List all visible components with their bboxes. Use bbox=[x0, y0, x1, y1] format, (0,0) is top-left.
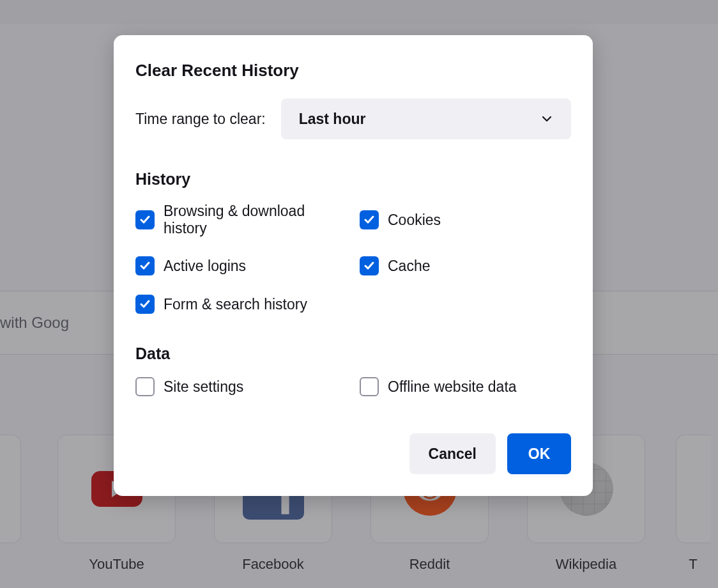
checkbox-label: Cookies bbox=[388, 212, 441, 229]
checkbox-input[interactable] bbox=[360, 256, 379, 275]
history-section-heading: History bbox=[135, 170, 571, 189]
checkbox-input[interactable] bbox=[135, 210, 155, 229]
checkbox-label: Site settings bbox=[164, 378, 243, 396]
checkbox-input[interactable] bbox=[360, 377, 379, 396]
checkbox-offline-website-data: Offline website data bbox=[360, 377, 571, 396]
checkbox-input[interactable] bbox=[360, 210, 379, 229]
dialog-title: Clear Recent History bbox=[135, 61, 571, 81]
checkbox-form-search-history: Form & search history bbox=[135, 295, 347, 314]
checkbox-input[interactable] bbox=[135, 256, 155, 275]
data-section-heading: Data bbox=[135, 344, 571, 363]
checkbox-label: Cache bbox=[388, 258, 430, 275]
time-range-label: Time range to clear: bbox=[135, 111, 266, 128]
checkbox-label: Offline website data bbox=[388, 378, 517, 396]
checkbox-active-logins: Active logins bbox=[135, 256, 347, 275]
time-range-value: Last hour bbox=[299, 111, 366, 128]
dialog-button-row: Cancel OK bbox=[135, 433, 571, 474]
checkbox-cookies: Cookies bbox=[360, 203, 571, 237]
time-range-select[interactable]: Last hour bbox=[281, 98, 571, 139]
checkbox-input[interactable] bbox=[135, 377, 155, 396]
chevron-down-icon bbox=[540, 112, 553, 125]
checkbox-browsing-download-history: Browsing & download history bbox=[135, 203, 347, 237]
data-checkbox-grid: Site settings Offline website data bbox=[135, 377, 571, 396]
cancel-button[interactable]: Cancel bbox=[409, 433, 496, 474]
ok-button[interactable]: OK bbox=[507, 433, 571, 474]
history-checkbox-grid: Browsing & download history Cookies Acti… bbox=[135, 203, 571, 314]
time-range-row: Time range to clear: Last hour bbox=[135, 98, 571, 139]
checkbox-label: Active logins bbox=[164, 258, 246, 275]
checkbox-cache: Cache bbox=[360, 256, 571, 275]
checkbox-label: Browsing & download history bbox=[164, 203, 347, 237]
clear-history-dialog: Clear Recent History Time range to clear… bbox=[114, 35, 593, 496]
checkbox-input[interactable] bbox=[135, 295, 155, 314]
checkbox-label: Form & search history bbox=[164, 296, 307, 313]
checkbox-site-settings: Site settings bbox=[135, 377, 347, 396]
